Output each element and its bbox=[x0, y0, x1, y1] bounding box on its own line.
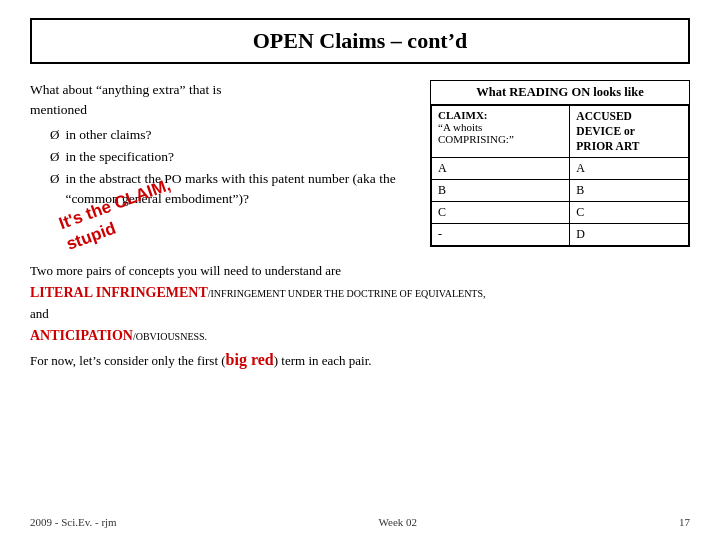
right-column: What READING ON looks like CLAIMX:“A who… bbox=[430, 80, 690, 247]
cell-b2: B bbox=[570, 179, 689, 201]
bottom-line1: Two more pairs of concepts you will need… bbox=[30, 261, 690, 282]
footer-right: 17 bbox=[679, 516, 690, 528]
footer: 2009 - Sci.Ev. - rjm Week 02 17 bbox=[30, 516, 690, 528]
slide-container: OPEN Claims – cont’d What about “anythin… bbox=[0, 0, 720, 540]
bottom-line3: and bbox=[30, 304, 690, 325]
list-item: Ø in the abstract the PO marks with this… bbox=[50, 169, 410, 210]
title-box: OPEN Claims – cont’d bbox=[30, 18, 690, 64]
bullet-arrow: Ø bbox=[50, 125, 59, 145]
table-row: C C bbox=[432, 201, 689, 223]
infringement-small: /INFRINGEMENT UNDER THE DOCTRINE OF EQUI… bbox=[208, 288, 486, 299]
main-content: What about “anything extra” that is ment… bbox=[30, 80, 690, 247]
big-red-term: big red bbox=[226, 351, 274, 368]
cell-a1: A bbox=[432, 157, 570, 179]
cell-c2: C bbox=[570, 201, 689, 223]
left-column: What about “anything extra” that is ment… bbox=[30, 80, 410, 247]
cell-c1: C bbox=[432, 201, 570, 223]
bullet-arrow: Ø bbox=[50, 147, 59, 167]
table-row: A A bbox=[432, 157, 689, 179]
cell-b1: B bbox=[432, 179, 570, 201]
bottom-line5: For now, let’s consider only the first (… bbox=[30, 347, 690, 373]
cell-d1: - bbox=[432, 223, 570, 245]
table-row: - D bbox=[432, 223, 689, 245]
bottom-line2: LITERAL INFRINGEMENT/INFRINGEMENT UNDER … bbox=[30, 282, 690, 304]
table-caption: What READING ON looks like bbox=[431, 81, 689, 105]
col2-header: ACCUSEDDEVICE orPRIOR ART bbox=[570, 106, 689, 158]
intro-text: What about “anything extra” that is ment… bbox=[30, 80, 410, 121]
list-item: Ø in the specification? bbox=[50, 147, 410, 167]
bullet-arrow: Ø bbox=[50, 169, 59, 210]
anticipation-label: ANTICIPATION bbox=[30, 328, 133, 343]
table-row: B B bbox=[432, 179, 689, 201]
slide-title: OPEN Claims – cont’d bbox=[253, 28, 468, 53]
table-header-row: CLAIMX:“A whoitsCOMPRISING:” ACCUSEDDEVI… bbox=[432, 106, 689, 158]
bottom-line4: ANTICIPATION/OBVIOUSNESS. bbox=[30, 325, 690, 347]
cell-d2: D bbox=[570, 223, 689, 245]
footer-left: 2009 - Sci.Ev. - rjm bbox=[30, 516, 117, 528]
reading-table: CLAIMX:“A whoitsCOMPRISING:” ACCUSEDDEVI… bbox=[431, 105, 689, 246]
list-item: Ø in other claims? bbox=[50, 125, 410, 145]
footer-center: Week 02 bbox=[379, 516, 418, 528]
literal-label: LITERAL INFRINGEMENT bbox=[30, 285, 208, 300]
cell-a2: A bbox=[570, 157, 689, 179]
col1-header: CLAIMX:“A whoitsCOMPRISING:” bbox=[432, 106, 570, 158]
bullet-list: Ø in other claims? Ø in the specificatio… bbox=[50, 125, 410, 210]
reading-table-wrapper: What READING ON looks like CLAIMX:“A who… bbox=[430, 80, 690, 247]
bottom-section: Two more pairs of concepts you will need… bbox=[30, 261, 690, 373]
obviousness-small: /OBVIOUSNESS. bbox=[133, 331, 207, 342]
